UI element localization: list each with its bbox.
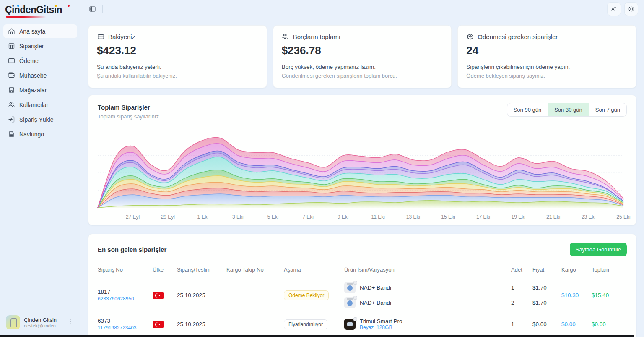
pending-value: 24	[466, 44, 628, 57]
sidebar-item-label: Ödeme	[19, 57, 39, 64]
debt-line1: Borç yüksek, ödeme yapmanız lazım.	[282, 64, 443, 70]
sidebar-item-ma-azalar[interactable]: Mağazalar	[3, 83, 77, 97]
sidebar-item-muhasebe[interactable]: Muhasebe	[3, 68, 77, 82]
brand-dot-yellow	[55, 5, 57, 7]
pending-orders-card: Ödenmesi gereken siparişler 24 Siparişle…	[457, 25, 636, 88]
sidebar-item-sipari-y-kle[interactable]: Sipariş Yükle	[3, 112, 77, 126]
sidebar-item-navlungo[interactable]: Navlungo	[3, 127, 77, 141]
x-tick-label: 11 Eki	[371, 214, 385, 220]
sidebar-item-icon	[8, 101, 15, 108]
theme-sun-icon[interactable]	[624, 2, 638, 16]
sidebar-item-icon	[8, 57, 15, 64]
sidebar-item-label: Mağazalar	[19, 87, 47, 94]
order-row[interactable]: 1817 6233760628950 25.10.2025 Ödeme Bekl…	[98, 277, 627, 313]
col-price: Fiyat	[532, 262, 561, 277]
sidebar-menu: Ana sayfa Siparişler Ödeme Muhasebe Mağa…	[0, 24, 80, 141]
order-total: $0.00	[592, 321, 627, 327]
recent-orders-card: En son gelen siparişler Sayfada Görüntül…	[88, 234, 636, 337]
order-tracking-link[interactable]: 6233760628950	[98, 296, 153, 302]
product-price: $1.70	[532, 300, 561, 306]
sidebar-item-sipari-ler[interactable]: Siparişler	[3, 39, 77, 53]
user-email: destek@cindengitsin.com	[24, 323, 62, 328]
orders-chart-card: Toplam Siparişler Toplam sipariş sayılar…	[88, 95, 636, 225]
sidebar-toggle-icon[interactable]	[86, 3, 98, 15]
sidebar-item-ana-sayfa[interactable]: Ana sayfa	[3, 24, 77, 38]
x-tick-label: 7 Eki	[302, 214, 314, 220]
debt-card: Borçların toplamı $236.78 Borç yüksek, ö…	[273, 25, 452, 88]
x-tick-label: 3 Eki	[232, 214, 244, 220]
thumbnail-badge	[353, 317, 357, 321]
sidebar-item-label: Siparişler	[19, 43, 44, 50]
sidebar-item-kullan-c-lar[interactable]: Kullanıcılar	[3, 98, 77, 112]
thumbnail-badge	[353, 281, 357, 285]
debt-value: $236.78	[282, 44, 443, 57]
col-cargo: Kargo	[561, 262, 592, 277]
product-thumbnail	[344, 319, 356, 330]
view-on-page-button[interactable]: Sayfada Görüntüle	[570, 243, 627, 256]
col-cargo-tracking: Kargo Takip No	[226, 262, 284, 277]
balance-card-title: Bakiyeniz	[108, 33, 135, 40]
brand-underline	[6, 16, 46, 18]
sidebar-item-icon	[8, 116, 15, 123]
user-menu-kebab-icon[interactable]	[66, 317, 75, 328]
sidebar-item-icon	[8, 86, 15, 94]
col-qty: Adet	[511, 262, 532, 277]
order-number: 1817	[98, 289, 153, 295]
sidebar-item--deme[interactable]: Ödeme	[3, 54, 77, 68]
x-tick-label: 27 Eyl	[126, 214, 140, 220]
col-order-date: Sipariş/Teslim	[177, 262, 226, 277]
product-name: Trimui Smart Pro	[360, 318, 402, 324]
thumbnail-badge	[353, 296, 357, 300]
translate-icon[interactable]	[607, 2, 621, 16]
turkey-flag-icon	[153, 292, 177, 299]
x-tick-label: 17 Eki	[476, 214, 490, 220]
x-tick-label: 21 Eki	[546, 214, 560, 220]
product-line: NAD+ Bandı 1 $1.70	[344, 280, 561, 295]
range-button-son-30-g-n[interactable]: Son 30 gün	[548, 103, 589, 116]
order-products: NAD+ Bandı 1 $1.70 NAD+ Bandı 2 $1.70	[344, 280, 561, 310]
order-cargo-price: $0.00	[561, 321, 592, 327]
x-tick-label: 29 Eyl	[161, 214, 175, 220]
balance-value: $423.12	[97, 44, 258, 57]
sidebar-item-label: Ana sayfa	[19, 28, 45, 35]
sidebar-item-label: Muhasebe	[19, 72, 47, 79]
col-country: Ülke	[153, 262, 177, 277]
sidebar-item-label: Navlungo	[19, 131, 44, 138]
brand-dot-red	[68, 5, 70, 7]
sidebar-user[interactable]: Çinden Gitsin destek@cindengitsin.com	[3, 313, 77, 332]
range-button-son-90-g-n[interactable]: Son 90 gün	[507, 103, 548, 116]
turkey-flag-icon	[153, 321, 177, 328]
country-cell	[153, 292, 177, 299]
hand-coins-icon	[282, 33, 289, 40]
stage-badge: Ödeme Bekliyor	[284, 290, 329, 300]
brand-logo[interactable]: ÇindenGitsin	[5, 4, 75, 18]
user-name: Çinden Gitsin	[24, 317, 62, 323]
content: Bakiyeniz $423.12 Şu anda bakiyeniz yete…	[80, 18, 644, 337]
product-line: Trimui Smart Pro Beyaz_128GB 1 $0.00	[344, 316, 561, 332]
order-date: 25.10.2025	[177, 292, 226, 298]
product-price: $1.70	[532, 285, 561, 291]
range-button-son-7-g-n[interactable]: Son 7 gün	[589, 103, 626, 116]
topbar-divider	[102, 5, 103, 13]
sidebar: ÇindenGitsin Ana sayfa Siparişler Ödeme …	[0, 0, 80, 337]
order-cargo-price: $10.30	[561, 292, 592, 298]
balance-card: Bakiyeniz $423.12 Şu anda bakiyeniz yete…	[88, 25, 267, 88]
bottom-edge-strip	[0, 335, 634, 337]
country-cell	[153, 321, 177, 328]
product-line: NAD+ Bandı 2 $1.70	[344, 295, 561, 310]
pending-line1: Siparişlerin çıkabilmesi için ödeme yapı…	[466, 64, 628, 70]
orders-area-chart: 27 Eyl29 Eyl1 Eki3 Eki5 Eki7 Eki9 Eki11 …	[98, 125, 627, 223]
product-qty: 1	[511, 285, 532, 291]
order-row[interactable]: 6373 11791982723403 25.10.2025 Fiyatland…	[98, 313, 627, 335]
user-avatar	[6, 315, 20, 329]
brand-dot-blue	[17, 5, 19, 7]
product-variant-link[interactable]: Beyaz_128GB	[360, 324, 402, 330]
x-tick-label: 1 Eki	[197, 214, 208, 220]
sidebar-item-label: Sipariş Yükle	[19, 116, 53, 123]
pending-card-title: Ödenmesi gereken siparişler	[478, 33, 558, 40]
order-tracking-link[interactable]: 11791982723403	[98, 325, 153, 331]
sidebar-item-icon	[8, 42, 15, 50]
debt-card-title: Borçların toplamı	[293, 33, 340, 40]
orders-title: En son gelen siparişler	[98, 246, 166, 253]
product-name: NAD+ Bandı	[360, 300, 391, 306]
